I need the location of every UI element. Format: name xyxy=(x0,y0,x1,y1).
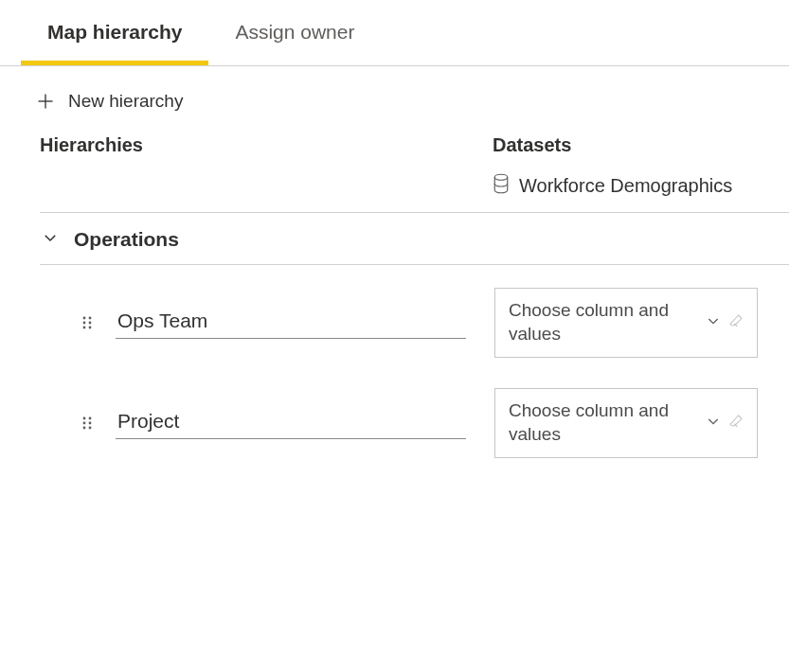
new-hierarchy-label: New hierarchy xyxy=(68,91,183,112)
divider xyxy=(40,212,789,213)
svg-point-11 xyxy=(89,417,92,420)
new-hierarchy-button[interactable]: New hierarchy xyxy=(36,91,789,112)
chevron-down-icon xyxy=(706,311,721,335)
drag-handle-icon[interactable] xyxy=(80,316,95,329)
dropdown-placeholder: Choose column and values xyxy=(509,299,706,345)
hierarchy-header[interactable]: Operations xyxy=(42,228,789,251)
tab-label: Assign owner xyxy=(235,21,354,43)
drag-handle-icon[interactable] xyxy=(80,416,95,430)
tab-bar: Map hierarchy Assign owner xyxy=(0,0,789,66)
datasets-column-title: Datasets xyxy=(493,134,571,155)
svg-point-13 xyxy=(89,422,92,425)
eraser-icon[interactable] xyxy=(728,311,744,335)
svg-point-2 xyxy=(494,174,508,180)
divider xyxy=(40,264,789,265)
hierarchy-level-name-input[interactable] xyxy=(116,308,466,339)
hierarchy-name: Operations xyxy=(74,228,179,251)
chevron-down-icon xyxy=(42,229,59,250)
tab-assign-owner[interactable]: Assign owner xyxy=(208,0,381,65)
dropdown-placeholder: Choose column and values xyxy=(509,399,706,446)
svg-point-14 xyxy=(83,427,86,430)
hierarchy-level-row: Choose column and values xyxy=(80,288,789,358)
chevron-down-icon xyxy=(706,412,721,435)
svg-point-6 xyxy=(89,322,92,325)
svg-point-12 xyxy=(83,422,86,425)
svg-point-10 xyxy=(83,417,86,420)
svg-point-5 xyxy=(83,322,86,325)
svg-point-15 xyxy=(89,427,92,430)
tab-label: Map hierarchy xyxy=(47,21,182,43)
tab-map-hierarchy[interactable]: Map hierarchy xyxy=(21,0,208,65)
columns-header: Hierarchies Datasets xyxy=(0,134,789,156)
dataset-name: Workforce Demographics xyxy=(519,175,732,197)
plus-icon xyxy=(36,92,55,111)
column-values-dropdown[interactable]: Choose column and values xyxy=(494,288,758,358)
database-icon xyxy=(493,173,510,199)
hierarchy-level-row: Choose column and values xyxy=(80,388,789,458)
dataset-item[interactable]: Workforce Demographics xyxy=(493,173,789,199)
svg-point-7 xyxy=(83,327,86,329)
eraser-icon[interactable] xyxy=(728,412,744,435)
svg-point-3 xyxy=(83,317,86,320)
hierarchy-level-name-input[interactable] xyxy=(116,408,466,439)
hierarchies-column-title: Hierarchies xyxy=(40,134,143,155)
column-values-dropdown[interactable]: Choose column and values xyxy=(494,388,758,458)
svg-point-8 xyxy=(89,327,92,329)
svg-point-4 xyxy=(89,317,92,320)
